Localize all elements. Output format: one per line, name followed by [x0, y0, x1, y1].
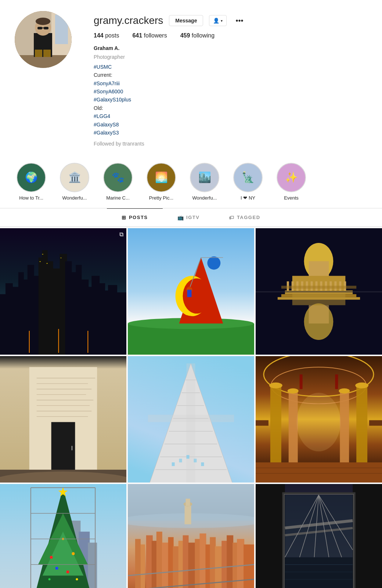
svg-rect-40 [42, 254, 43, 254]
post-image-9 [256, 484, 382, 588]
svg-rect-107 [172, 462, 175, 466]
post-cell-2[interactable] [128, 228, 254, 355]
svg-rect-129 [369, 420, 382, 426]
svg-rect-41 [47, 263, 48, 263]
svg-rect-11 [44, 27, 48, 29]
post-image-7 [0, 484, 126, 588]
svg-rect-172 [183, 535, 189, 588]
post-image-5 [128, 356, 254, 483]
tab-posts[interactable]: ⊞POSTS [107, 208, 162, 226]
post-cell-1[interactable]: ⧉ [0, 228, 126, 355]
svg-rect-174 [195, 539, 200, 588]
svg-rect-130 [300, 374, 303, 389]
story-label: Pretty Pic... [149, 195, 173, 201]
svg-point-141 [50, 556, 53, 559]
svg-rect-90 [71, 446, 72, 450]
message-button[interactable]: Message [169, 15, 203, 26]
post-cell-5[interactable] [128, 356, 254, 483]
bio-hashtag-usmc[interactable]: #USMC [94, 63, 367, 71]
svg-rect-171 [179, 541, 184, 588]
bio-hashtag-galaxys3[interactable]: #GalaxyS3 [94, 129, 367, 137]
svg-rect-166 [152, 541, 157, 588]
story-item-2[interactable]: 🏛️Wonderfu... [58, 163, 91, 201]
svg-rect-180 [227, 535, 233, 588]
svg-point-48 [183, 278, 211, 313]
svg-rect-3 [55, 15, 68, 44]
bio-hashtag-sony6[interactable]: #SonyA6000 [94, 87, 367, 96]
posts-label: posts [105, 32, 119, 39]
svg-rect-176 [205, 544, 210, 588]
post-cell-9[interactable] [256, 484, 382, 588]
tab-label-igtv: IGTV [186, 215, 199, 220]
story-label: How to Tr... [19, 195, 43, 201]
followers-stat[interactable]: 641 followers [132, 32, 167, 39]
story-label: Wonderfu... [62, 195, 87, 201]
bio-name: Graham A. [94, 44, 367, 52]
post-image-6 [256, 356, 382, 483]
story-item-5[interactable]: 🏙️Wonderfu... [188, 163, 221, 201]
story-item-7[interactable]: ✨Events [275, 163, 308, 201]
story-circle: 🏛️ [60, 163, 89, 192]
post-cell-8[interactable] [128, 484, 254, 588]
bio-section: Graham A. Photographer #USMC Current: #S… [94, 44, 367, 148]
bio-hashtag-galaxys8[interactable]: #GalaxyS8 [94, 121, 367, 129]
story-circle: 🗽 [233, 163, 263, 192]
svg-rect-39 [40, 261, 41, 262]
bio-hashtag-galaxy10[interactable]: #GalaxyS10plus [94, 96, 367, 104]
svg-rect-10 [37, 27, 42, 29]
post-cell-3[interactable] [256, 228, 382, 355]
avatar [15, 11, 72, 68]
svg-rect-168 [162, 542, 169, 588]
svg-rect-108 [179, 459, 182, 462]
svg-rect-35 [115, 292, 126, 355]
svg-rect-4 [15, 55, 72, 68]
post-image-1 [0, 228, 126, 355]
stats-row: 144 posts 641 followers 459 following [94, 32, 367, 39]
post-image-4 [0, 356, 126, 483]
bio-hashtag-sony7[interactable]: #SonyA7riii [94, 79, 367, 87]
following-label: following [192, 32, 215, 39]
following-count: 459 [180, 32, 190, 39]
following-stat[interactable]: 459 following [180, 32, 215, 39]
story-item-3[interactable]: 🐾Marine C... [101, 163, 134, 201]
post-image-8 [128, 484, 254, 588]
svg-rect-78 [281, 286, 356, 288]
post-cell-6[interactable] [256, 356, 382, 483]
story-item-1[interactable]: 🌍How to Tr... [15, 163, 48, 201]
bio-current-label: Current: [94, 71, 367, 79]
svg-rect-163 [135, 539, 141, 588]
svg-rect-124 [256, 462, 382, 483]
follow-dropdown-button[interactable]: 👤 ▾ [209, 15, 227, 26]
svg-point-116 [269, 382, 282, 388]
post-cell-4[interactable] [0, 356, 126, 483]
svg-point-121 [339, 388, 350, 393]
svg-rect-42 [61, 257, 62, 258]
svg-rect-183 [244, 544, 254, 588]
svg-rect-131 [335, 374, 338, 389]
chevron-down-icon: ▾ [221, 19, 223, 23]
svg-rect-52 [187, 290, 192, 297]
tab-icon-igtv: 📺 [177, 215, 184, 220]
story-item-6[interactable]: 🗽I ❤ NY [231, 163, 264, 201]
tab-tagged[interactable]: 🏷TAGGED [214, 208, 275, 226]
svg-rect-177 [210, 537, 216, 588]
more-options-button[interactable]: ••• [233, 15, 246, 26]
story-circle: 🌅 [147, 163, 176, 192]
username: gramy.crackers [94, 15, 163, 26]
post-cell-7[interactable] [0, 484, 126, 588]
person-icon: 👤 [213, 18, 219, 24]
followed-by: Followed by ttranrants [94, 140, 367, 148]
story-circle: 🌍 [17, 163, 46, 192]
bio-hashtag-lgg4[interactable]: #LGG4 [94, 112, 367, 120]
tab-igtv[interactable]: 📺IGTV [163, 208, 215, 226]
svg-point-119 [288, 388, 299, 393]
svg-rect-111 [201, 462, 204, 466]
tab-icon-posts: ⊞ [122, 215, 127, 220]
svg-rect-160 [185, 504, 191, 524]
tab-icon-tagged: 🏷 [229, 215, 235, 220]
svg-point-144 [66, 570, 69, 573]
svg-rect-175 [199, 533, 206, 588]
story-item-4[interactable]: 🌅Pretty Pic... [145, 163, 178, 201]
posts-stat[interactable]: 144 posts [94, 32, 119, 39]
svg-rect-110 [194, 459, 197, 462]
